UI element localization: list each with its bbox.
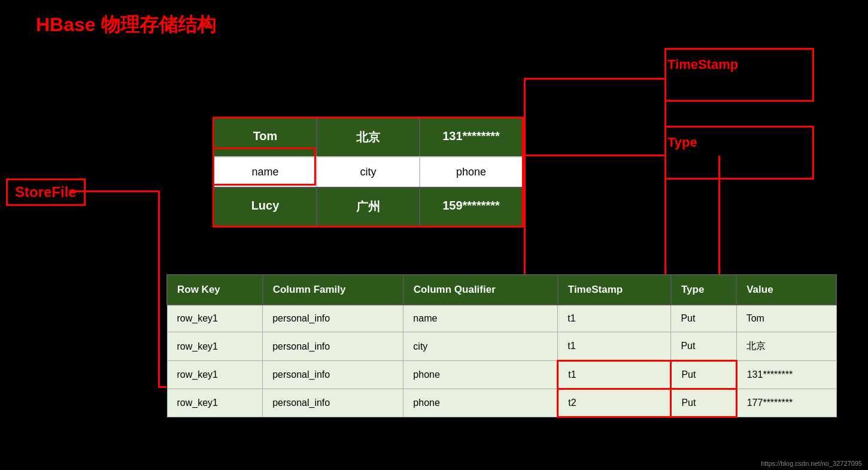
cell-type-2: Put — [671, 332, 736, 361]
upper-cell-phone2: 159******** — [420, 188, 522, 226]
cell-qualifier-2: city — [403, 332, 558, 361]
connector-ts-lower-v — [664, 156, 666, 275]
type-box — [664, 126, 814, 180]
connector-h-ts — [524, 78, 666, 80]
cell-qualifier-3: phone — [403, 361, 558, 389]
table-row: row_key1 personal_info phone t1 Put 131*… — [167, 361, 836, 389]
cell-rowkey-3: row_key1 — [167, 361, 263, 389]
connector-v-ts — [664, 78, 666, 154]
connector-type-lower-v — [718, 156, 720, 275]
upper-cell-beijing: 北京 — [317, 119, 420, 156]
connector-v-right — [524, 78, 526, 156]
cell-type-1: Put — [671, 305, 736, 332]
cell-rowkey-2: row_key1 — [167, 332, 263, 361]
upper-cell-phone1: 131******** — [420, 119, 522, 156]
cell-type-4: Put — [671, 389, 736, 417]
upper-cell-city: city — [317, 157, 420, 187]
upper-header-row: Tom 北京 131******** — [214, 119, 522, 156]
type-label: Type — [667, 135, 697, 150]
connector-v-down — [524, 154, 526, 277]
cell-family-3: personal_info — [263, 361, 403, 389]
cell-rowkey-4: row_key1 — [167, 389, 263, 417]
upper-cell-tom: Tom — [214, 119, 317, 156]
col-header-qualifier: Column Qualifier — [403, 275, 558, 305]
cell-ts-3: t1 — [558, 361, 671, 389]
upper-footer-row: Lucy 广州 159******** — [214, 187, 522, 226]
table-row: row_key1 personal_info city t1 Put 北京 — [167, 332, 836, 361]
table-header-row: Row Key Column Family Column Qualifier T… — [167, 275, 836, 305]
cell-qualifier-1: name — [403, 305, 558, 332]
upper-cell-guangzhou: 广州 — [317, 188, 420, 226]
cell-family-2: personal_info — [263, 332, 403, 361]
upper-cell-phone-label: phone — [420, 157, 522, 187]
cell-qualifier-4: phone — [403, 389, 558, 417]
cell-value-3: 131******** — [736, 361, 836, 389]
cell-value-4: 177******** — [736, 389, 836, 417]
timestamp-box — [664, 48, 814, 102]
col-header-rowkey: Row Key — [167, 275, 263, 305]
storefile-line-horizontal2 — [158, 386, 166, 388]
cell-type-3: Put — [671, 361, 736, 389]
lower-table: Row Key Column Family Column Qualifier T… — [166, 274, 837, 418]
table-row: row_key1 personal_info phone t2 Put 177*… — [167, 389, 836, 417]
storefile-line-horizontal — [71, 190, 159, 192]
cell-family-4: personal_info — [263, 389, 403, 417]
upper-subheader-row: name city phone — [214, 156, 522, 187]
col-header-timestamp: TimeStamp — [558, 275, 671, 305]
col-header-family: Column Family — [263, 275, 403, 305]
cell-ts-4: t2 — [558, 389, 671, 417]
cell-ts-2: t1 — [558, 332, 671, 361]
col-header-value: Value — [736, 275, 836, 305]
page-title: HBase 物理存储结构 — [36, 12, 216, 38]
upper-cell-name: name — [214, 157, 317, 187]
connector-h-mid — [524, 154, 666, 156]
lower-table-container: Row Key Column Family Column Qualifier T… — [166, 274, 837, 418]
cell-family-1: personal_info — [263, 305, 403, 332]
watermark: https://blog.csdn.net/no_32727095 — [761, 460, 862, 467]
upper-cell-lucy: Lucy — [214, 188, 317, 226]
cell-value-1: Tom — [736, 305, 836, 332]
timestamp-label: TimeStamp — [667, 57, 738, 72]
storefile-label: StoreFile — [6, 178, 86, 206]
col-header-type: Type — [671, 275, 736, 305]
upper-table: Tom 北京 131******** name city phone Lucy … — [213, 117, 524, 228]
cell-value-2: 北京 — [736, 332, 836, 361]
storefile-line-vertical — [158, 190, 160, 388]
cell-ts-1: t1 — [558, 305, 671, 332]
table-row: row_key1 personal_info name t1 Put Tom — [167, 305, 836, 332]
cell-rowkey-1: row_key1 — [167, 305, 263, 332]
